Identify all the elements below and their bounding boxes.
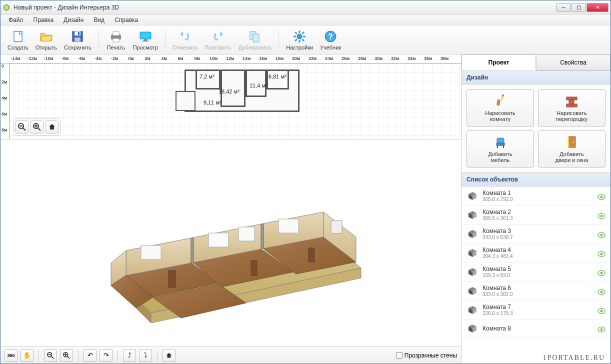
monitor-icon [138, 30, 152, 44]
svg-line-21 [302, 32, 304, 34]
toolbar-help-button[interactable]: ?Учебник [317, 28, 344, 52]
svg-point-72 [572, 142, 574, 143]
toolbar-monitor-button[interactable]: Просмотр [130, 28, 161, 52]
visibility-toggle-icon[interactable] [598, 212, 606, 218]
svg-line-58 [68, 356, 70, 358]
svg-line-20 [295, 39, 297, 41]
tab-properties[interactable]: Свойства [536, 54, 610, 70]
svg-rect-64 [569, 100, 574, 104]
design-chair-button[interactable]: Добавитьмебель [466, 130, 534, 168]
menu-view[interactable]: Вид [88, 16, 110, 24]
object-list-item[interactable]: Комната 3333.0 x 638.7 [462, 224, 610, 244]
visibility-toggle-icon[interactable] [598, 231, 606, 237]
svg-rect-66 [572, 104, 577, 107]
visibility-toggle-icon[interactable] [598, 269, 606, 275]
toolbar-undo-button[interactable]: Отменить [170, 28, 200, 52]
cube-icon [466, 209, 478, 221]
visibility-toggle-icon[interactable] [598, 288, 606, 294]
object-name: Комната 4 [482, 246, 598, 254]
object-list-item[interactable]: Комната 2305.5 x 361.3 [462, 206, 610, 224]
svg-rect-4 [78, 32, 80, 35]
svg-rect-53 [308, 248, 314, 262]
maximize-button[interactable]: ▢ [572, 3, 586, 12]
chair-icon [494, 135, 508, 149]
pan-button[interactable]: ✋ [20, 349, 34, 362]
svg-rect-7 [113, 38, 119, 42]
svg-point-13 [297, 34, 302, 39]
toolbar-duplicate-button[interactable]: Дублировать [236, 28, 274, 52]
zoom-out-button[interactable] [16, 120, 28, 134]
cube-icon [466, 190, 478, 202]
toolbar-print-button[interactable]: Печать [103, 28, 129, 52]
transparent-walls-input[interactable] [396, 352, 402, 358]
toolbar-open-button[interactable]: Открыть [32, 28, 60, 52]
svg-marker-41 [191, 238, 194, 263]
rotate-left-button[interactable]: ↶ [84, 349, 96, 362]
objects-section-header: Список объектов [462, 172, 610, 186]
visibility-toggle-icon[interactable] [598, 193, 606, 199]
menu-design[interactable]: Дизайн [58, 16, 88, 24]
zoom-out-3d-button[interactable] [44, 349, 57, 362]
zoom-in-3d-button[interactable] [60, 349, 73, 362]
plan-canvas[interactable]: 7,2 м²18,42 м²11,4 м²6,81 м²9,11 м² [10, 64, 461, 140]
360-view-button[interactable]: 360 [4, 349, 18, 362]
visibility-toggle-icon[interactable] [598, 250, 606, 256]
object-list[interactable]: Комната 1305.0 x 292.0Комната 2305.5 x 3… [462, 186, 610, 364]
object-dimensions: 333.0 x 638.7 [482, 234, 598, 240]
app-window: Новый проект - Дизайн Интерьера 3D ─ ▢ ✕… [0, 0, 611, 364]
rotate-right-button[interactable]: ↷ [100, 349, 112, 362]
svg-line-18 [295, 32, 297, 34]
3d-view[interactable] [0, 140, 461, 346]
object-list-item[interactable]: Комната 6333.0 x 302.0 [462, 282, 610, 300]
transparent-walls-checkbox[interactable]: Прозрачные стены [396, 352, 457, 359]
svg-rect-3 [74, 38, 80, 42]
design-wall-button[interactable]: Нарисоватьперегородку [538, 90, 606, 126]
tilt-up-button[interactable]: ⤴ [123, 349, 136, 362]
svg-rect-43 [141, 246, 161, 260]
plan-view-2d[interactable]: -14м-12м-10м-8м-6м-4м-2м0м2м4м6м8м10м12м… [0, 54, 461, 140]
3d-render [96, 163, 366, 323]
design-draw-room-button[interactable]: Нарисоватькомнату [466, 90, 534, 126]
home-button[interactable] [46, 120, 58, 134]
svg-point-84 [600, 290, 603, 293]
object-list-item[interactable]: Комната 1305.0 x 292.0 [462, 186, 610, 206]
object-list-item[interactable]: Комната 5159.3 x 83.0 [462, 262, 610, 282]
redo-icon [211, 30, 225, 44]
svg-rect-71 [568, 136, 576, 148]
svg-point-86 [600, 310, 603, 312]
menu-file[interactable]: Файл [4, 16, 28, 24]
svg-rect-10 [142, 40, 148, 42]
menu-edit[interactable]: Правка [28, 16, 59, 24]
toolbar-new-button[interactable]: Создать [4, 28, 32, 52]
menu-help[interactable]: Справка [110, 16, 143, 24]
toolbar-settings-button[interactable]: Настройки [283, 28, 316, 52]
wall-icon [565, 94, 579, 108]
tilt-down-button[interactable]: ⤵ [139, 349, 152, 362]
visibility-toggle-icon[interactable] [598, 307, 606, 313]
svg-point-80 [600, 252, 603, 255]
zoom-in-button[interactable] [30, 120, 44, 134]
side-tabs: Проект Свойства [462, 54, 610, 70]
bottom-toolbar: 360 ✋ ↶ ↷ ⤴ ⤵ Прозрачные стены [0, 346, 461, 364]
tab-project[interactable]: Проект [462, 54, 536, 70]
cube-icon [466, 228, 478, 240]
toolbar-save-button[interactable]: Сохранить [61, 28, 94, 52]
object-list-item[interactable]: Комната 7226.0 x 178.3 [462, 300, 610, 320]
close-button[interactable]: ✕ [586, 3, 608, 12]
toolbar-redo-button[interactable]: Повторить [202, 28, 234, 52]
svg-marker-42 [261, 224, 264, 249]
object-name: Комната 1 [482, 190, 598, 196]
minimize-button[interactable]: ─ [556, 3, 570, 12]
home-3d-button[interactable] [162, 349, 176, 362]
object-list-item[interactable]: Комната 4304.3 x 481.4 [462, 244, 610, 262]
design-door-button[interactable]: Добавитьдвери и окна [538, 130, 606, 168]
object-list-item[interactable]: Комната 8 [462, 320, 610, 338]
toolbar-label: Учебник [320, 44, 341, 50]
svg-line-19 [302, 39, 304, 41]
object-name: Комната 6 [482, 284, 598, 292]
object-name: Комната 5 [482, 266, 598, 272]
door-icon [565, 135, 579, 149]
main-area: -14м-12м-10м-8м-6м-4м-2м0м2м4м6м8м10м12м… [0, 54, 610, 364]
visibility-toggle-icon[interactable] [598, 326, 606, 332]
svg-rect-2 [74, 32, 80, 36]
